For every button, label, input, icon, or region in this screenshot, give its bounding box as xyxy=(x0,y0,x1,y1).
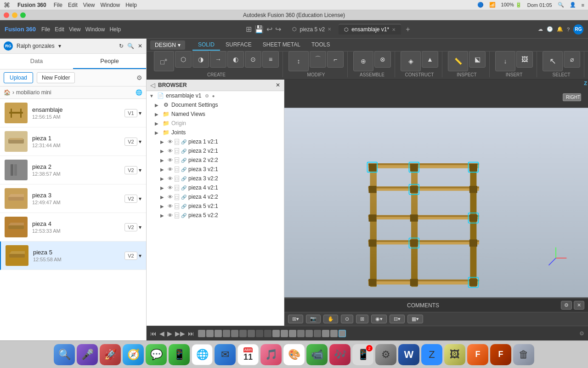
timeline-step-3[interactable] xyxy=(215,330,222,337)
version-dropdown-pieza4[interactable]: ▾ xyxy=(139,224,141,230)
midplane-button[interactable]: ▲ xyxy=(422,51,438,68)
chamfer-button[interactable]: ⌐ xyxy=(327,51,344,68)
browser-item-pieza5v22[interactable]: ▶ 👁 □ 🔗 pieza 5 v2:2 xyxy=(147,211,284,220)
timeline-beginning-button[interactable]: ⏮ xyxy=(150,330,157,337)
timeline-step-7[interactable] xyxy=(248,330,255,337)
menu-view[interactable]: View xyxy=(83,2,95,8)
search-panel-icon[interactable]: 🔍 xyxy=(127,43,134,49)
design-mode-button[interactable]: DESIGN ▾ xyxy=(150,40,185,50)
orbit-button[interactable]: ⊙ xyxy=(341,315,353,323)
settings-viewport-button[interactable]: ⚙ xyxy=(561,301,572,310)
file-item-ensamblaje[interactable]: ensamblaje 12:56:15 AM V1 ▾ xyxy=(0,99,146,127)
dock-safari[interactable]: 🧭 xyxy=(123,344,144,365)
insert-derive-button[interactable]: ↓ xyxy=(495,51,515,71)
dock-zoom[interactable]: Z xyxy=(421,344,442,365)
timeline-next-button[interactable]: ▶▶ xyxy=(175,330,185,337)
dock-launchpad[interactable]: 🚀 xyxy=(100,344,121,365)
version-badge-ensamblaje[interactable]: V1 xyxy=(124,109,137,117)
browser-close-icon[interactable]: ✕ xyxy=(276,82,280,88)
redo-icon[interactable]: ↪ xyxy=(275,25,281,34)
close-panel-icon[interactable]: ✕ xyxy=(138,43,142,49)
apple-logo[interactable]: ⌘ xyxy=(4,1,10,9)
insert-canvas-button[interactable]: 🖼 xyxy=(516,51,533,68)
version-dropdown-pieza5[interactable]: ▾ xyxy=(139,253,141,259)
browser-item-doc-settings[interactable]: ▶ ⚙ Document Settings xyxy=(147,100,284,109)
add-tab-button[interactable]: + xyxy=(403,25,413,34)
dock-whatsapp[interactable]: 📱 xyxy=(169,344,190,365)
dock-facetime[interactable]: 📹 xyxy=(306,344,328,365)
pieza3v21-eye-icon[interactable]: 👁 xyxy=(168,167,173,172)
create-sketch-button[interactable]: □+ xyxy=(154,51,174,71)
timeline-step-5[interactable] xyxy=(231,330,238,337)
browser-item-pieza5v21[interactable]: ▶ 👁 □ 🔗 pieza 5 v2:1 xyxy=(147,201,284,211)
ribbon-tab-sheetmetal[interactable]: SHEET METAL xyxy=(257,40,306,51)
maximize-window-button[interactable] xyxy=(20,12,26,18)
version-dropdown-ensamblaje[interactable]: ▾ xyxy=(139,110,141,116)
perspective-button[interactable]: ▦▾ xyxy=(407,315,423,323)
browser-item-pieza3v22[interactable]: ▶ 👁 □ 🔗 pieza 3 v2:2 xyxy=(147,174,284,183)
version-badge-pieza1[interactable]: V2 xyxy=(124,138,137,146)
timeline-play-button[interactable]: ▶ xyxy=(167,330,172,337)
dock-chrome[interactable]: 🌐 xyxy=(192,344,213,365)
dock-messages[interactable]: 💬 xyxy=(146,344,167,365)
timeline-step-2[interactable] xyxy=(206,330,214,337)
pan-button[interactable]: ✋ xyxy=(323,315,338,323)
timeline-step-12[interactable] xyxy=(289,330,296,337)
grid-icon[interactable]: ⊞ xyxy=(246,25,252,34)
menu-file[interactable]: File xyxy=(54,2,62,8)
browser-item-origin[interactable]: ▶ 📁 Origin xyxy=(147,119,284,128)
dock-appstore[interactable]: 📱 2 xyxy=(352,344,373,365)
upload-button[interactable]: Upload xyxy=(4,72,33,83)
pieza5v22-eye-icon[interactable]: 👁 xyxy=(168,213,173,218)
version-badge-pieza2[interactable]: V2 xyxy=(124,166,137,174)
save-icon[interactable]: 💾 xyxy=(254,25,264,34)
refresh-icon[interactable]: ↻ xyxy=(119,43,124,49)
timeline-end-button[interactable]: ⏭ xyxy=(188,330,194,337)
dock-word[interactable]: W xyxy=(398,344,419,365)
tab-ensamblaje-close[interactable]: ✕ xyxy=(392,27,396,32)
browser-item-pieza2v21[interactable]: ▶ 👁 □ 🔗 pieza 2 v2:1 xyxy=(147,146,284,155)
ribbon-tab-tools[interactable]: TOOLS xyxy=(306,40,335,51)
menu-help[interactable]: Help xyxy=(125,2,137,8)
timeline-step-15[interactable] xyxy=(314,330,321,337)
dock-itunes[interactable]: 🎶 xyxy=(329,344,351,365)
dock-music[interactable]: 🎵 xyxy=(260,344,282,365)
dock-fusion2[interactable]: F xyxy=(490,344,511,365)
minimize-window-button[interactable] xyxy=(12,12,17,18)
timeline-step-13[interactable] xyxy=(297,330,305,337)
timeline-prev-button[interactable]: ◀ xyxy=(159,330,164,337)
timeline-step-17[interactable] xyxy=(330,330,338,337)
collapse-viewport-button[interactable]: ✕ xyxy=(574,301,584,310)
tab-data[interactable]: Data xyxy=(0,54,73,69)
select-filter-button[interactable]: ⌀ xyxy=(564,51,580,68)
grid-settings-button[interactable]: ⊟▾ xyxy=(390,315,405,323)
menu-item-help[interactable]: Help xyxy=(109,26,121,33)
close-window-button[interactable] xyxy=(4,12,9,18)
rigid-group-button[interactable]: ⊗ xyxy=(374,51,391,68)
loft-button[interactable]: ◐ xyxy=(227,51,244,68)
breadcrumb-folder[interactable]: mobiliario mini xyxy=(16,89,51,96)
measure-button[interactable]: 📏 xyxy=(448,51,468,71)
visual-settings-button[interactable]: ◉▾ xyxy=(371,315,387,323)
file-item-pieza1[interactable]: pieza 1 12:31:44 AM V2 ▾ xyxy=(0,127,146,156)
dock-siri[interactable]: 🎤 xyxy=(77,344,98,365)
interference-button[interactable]: ⬕ xyxy=(469,51,486,68)
ribbon-tab-surface[interactable]: SURFACE xyxy=(220,40,257,51)
file-item-pieza4[interactable]: pieza 4 12:53:33 AM V2 ▾ xyxy=(0,213,146,242)
breadcrumb-home-icon[interactable]: 🏠 xyxy=(4,89,11,96)
browser-item-named-views[interactable]: ▶ 📁 Named Views xyxy=(147,109,284,119)
dock-fusion[interactable]: F xyxy=(467,344,488,365)
tab-pieza5[interactable]: ⬡ pieza 5 v2 ✕ xyxy=(287,24,337,34)
tab-ensamblaje[interactable]: ⬡ ensamblaje v1* ✕ xyxy=(339,24,401,34)
version-dropdown-pieza1[interactable]: ▾ xyxy=(139,138,141,145)
timeline-step-4[interactable] xyxy=(223,330,230,337)
menu-item-window[interactable]: Window xyxy=(85,26,105,33)
file-item-pieza3[interactable]: pieza 3 12:49:47 AM V2 ▾ xyxy=(0,184,146,213)
select-button[interactable]: ↖ xyxy=(543,51,563,71)
camera-button[interactable]: 📷 xyxy=(306,315,321,323)
menu-item-file[interactable]: File xyxy=(41,26,50,33)
timeline-step-16[interactable] xyxy=(322,330,329,337)
version-badge-pieza5[interactable]: V2 xyxy=(124,252,137,260)
menu-item-view[interactable]: View xyxy=(69,26,81,33)
user-dropdown-icon[interactable]: ▾ xyxy=(58,43,61,49)
